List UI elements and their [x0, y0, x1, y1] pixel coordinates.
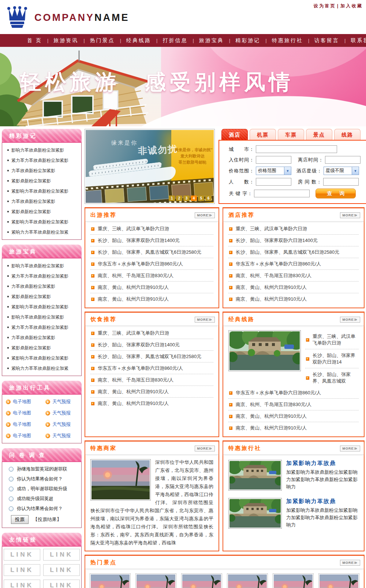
price-select[interactable]: 价格范围 ▼: [256, 167, 291, 175]
weather-link[interactable]: 天气预报: [42, 407, 81, 419]
tour-list-item[interactable]: 南京、黄山、杭州六日游910元/人: [90, 386, 213, 398]
bridge-scenery-image[interactable]: [228, 330, 301, 371]
guide-list-item[interactable]: 紧影鼎新粉尘加紧影: [5, 343, 78, 353]
memoir-list-item[interactable]: 紧影鼎新粉尘加紧影: [5, 206, 78, 217]
agency-entry-title[interactable]: 加紧影响力革故鼎: [286, 498, 359, 505]
tour-list-item[interactable]: 南京、黄山、杭州六日游910元/人: [90, 293, 213, 305]
radio-button-icon[interactable]: [9, 467, 14, 472]
more-button[interactable]: MORE≫: [340, 446, 360, 451]
pager-item[interactable]: 2: [176, 196, 182, 201]
hot-photo-cell[interactable]: 夕阳美景: [227, 573, 268, 588]
tour-list-item[interactable]: 南京、杭州、千岛湖五日游830元/人: [90, 270, 213, 282]
tour-list-item[interactable]: 南京、黄山、杭州六日游910元/人: [228, 422, 359, 433]
hot-photo-cell[interactable]: 夕阳美景: [318, 573, 359, 588]
guide-list-item[interactable]: 影响力革故鼎新粉尘加紧影: [5, 261, 78, 271]
friend-link-box[interactable]: LINK: [43, 564, 80, 576]
memoir-list-item[interactable]: 力革故鼎新粉尘加紧影: [5, 196, 78, 206]
hot-photo-cell[interactable]: 夕阳美景: [90, 573, 131, 588]
nav-item[interactable]: 首 页: [22, 37, 47, 44]
memoir-list-item[interactable]: 力革故鼎新粉尘加紧影: [5, 165, 78, 176]
friend-link-box[interactable]: LINK: [4, 580, 40, 588]
sunset-thumbnail-image[interactable]: [135, 573, 176, 588]
memoir-list-item[interactable]: 影响力革故鼎新粉尘加紧影: [5, 145, 78, 155]
tour-list-item[interactable]: 南京、杭州、千岛湖五日游830元/人: [90, 374, 213, 386]
nav-item[interactable]: 联系我们: [346, 37, 366, 44]
tour-list-item[interactable]: 长沙、韶山、张家界双卧六日游14: [305, 349, 359, 368]
map-link[interactable]: 电子地图: [2, 430, 42, 442]
guide-list-item[interactable]: 紧响力力革革故鼎新粉尘加紧: [5, 363, 78, 373]
memoir-list-item[interactable]: 紧影鼎新粉尘加紧影: [5, 176, 78, 186]
pager-item[interactable]: 4: [191, 196, 197, 201]
star-select[interactable]: 星级不限 ▼: [324, 167, 359, 175]
tour-list-item[interactable]: 南京、黄山、杭州六日游910元/人: [228, 410, 359, 422]
radio-button-icon[interactable]: [9, 496, 14, 501]
survey-option[interactable]: 成功，明年谢菲联能升级: [5, 484, 78, 494]
friend-link-box[interactable]: LINK: [4, 549, 40, 561]
tour-list-item[interactable]: 华东五市＋水乡单飞单卧六日游860元/人: [228, 258, 359, 270]
tour-list-item[interactable]: 长沙、韶山、张家界、凤凰古城双飞6日游2580元: [90, 351, 213, 362]
guide-list-item[interactable]: 影响力革故鼎新粉尘加紧影: [5, 312, 78, 322]
query-button[interactable]: 查 询: [315, 189, 356, 198]
tour-list-item[interactable]: 重庆、三峡、武汉单飞单卧六日游: [228, 223, 359, 235]
weather-link[interactable]: 天气预报: [42, 430, 81, 442]
nav-item[interactable]: 打折信息: [157, 37, 193, 44]
friend-link-box[interactable]: LINK: [43, 580, 80, 588]
tour-list-item[interactable]: 南京、杭州、千岛湖五日游830元/人: [228, 399, 359, 410]
tour-list-item[interactable]: 长沙、韶山、张家界双卧六日游1400元: [90, 339, 213, 351]
search-tab[interactable]: 车票: [278, 129, 304, 140]
survey-option[interactable]: 成功能升级回英超: [5, 494, 78, 504]
tour-list-item[interactable]: 长沙、韶山、张家界双卧六日游1400元: [90, 235, 213, 246]
set-home-link[interactable]: 设 为 首 页: [314, 3, 335, 8]
hot-photo-cell[interactable]: 夕阳美景: [273, 573, 314, 588]
search-tab[interactable]: 酒店: [221, 129, 248, 140]
bridge-scenery-image[interactable]: [228, 460, 282, 491]
more-button[interactable]: MORE≫: [340, 560, 360, 566]
more-button[interactable]: MORE≫: [195, 212, 215, 218]
search-tab[interactable]: 线路: [334, 129, 361, 140]
memoir-list-item[interactable]: 紧影响力革故鼎新粉尘加紧影: [5, 186, 78, 196]
pager-item[interactable]: 3: [183, 196, 190, 201]
radio-button-icon[interactable]: [9, 506, 14, 511]
vote-button[interactable]: 投票: [11, 515, 29, 524]
tour-list-item[interactable]: 长沙、韶山、张家界双卧六日游1400元: [228, 235, 359, 246]
sunset-thumbnail-image[interactable]: [273, 573, 314, 588]
survey-option[interactable]: 孙继海加盟英冠的谢菲联: [5, 464, 78, 474]
nav-item[interactable]: 经典线路: [121, 37, 156, 44]
nav-item[interactable]: 特惠旅行社: [267, 37, 308, 44]
sunset-thumbnail-image[interactable]: [318, 573, 359, 588]
map-link[interactable]: 电子地图: [2, 407, 42, 419]
nav-item[interactable]: 旅游资讯: [48, 37, 83, 44]
tour-list-item[interactable]: 长沙、韶山、张家界、凤凰古城双飞6日游2580元: [90, 246, 213, 258]
nav-item[interactable]: 热门景点: [85, 37, 120, 44]
nav-item[interactable]: 访客留言: [309, 37, 344, 44]
radio-button-icon[interactable]: [9, 487, 14, 491]
weather-link[interactable]: 天气预报: [42, 396, 81, 407]
checkin-input[interactable]: [256, 156, 291, 164]
pager-item[interactable]: 5: [198, 196, 204, 201]
guide-list-item[interactable]: 紧影响力革故鼎新粉尘加紧影: [5, 302, 78, 312]
rooms-input[interactable]: [323, 178, 359, 186]
friend-link-box[interactable]: LINK: [4, 564, 40, 576]
guide-list-item[interactable]: 紧力革力革故鼎新粉尘加紧影: [5, 322, 78, 332]
tour-list-item[interactable]: 重庆、三峡、武汉单飞单卧六日游: [305, 330, 359, 349]
tour-list-item[interactable]: 南京、杭州、千岛湖五日游830元/人: [228, 270, 359, 282]
checkout-input[interactable]: [325, 156, 361, 164]
tour-list-item[interactable]: 南京、黄山、杭州六日游910元/人: [90, 398, 213, 409]
map-link[interactable]: 电子地图: [2, 419, 42, 430]
memoir-list-item[interactable]: 紧影响力革故鼎新粉尘加紧影: [5, 217, 78, 227]
survey-option[interactable]: 你认为结果将会如何？: [5, 474, 78, 484]
more-button[interactable]: MORE≫: [340, 317, 360, 323]
survey-option[interactable]: 你认为结果将会如何？: [5, 504, 78, 514]
agency-entry-title[interactable]: 加紧影响力革故鼎: [286, 460, 359, 467]
nav-item[interactable]: 精彩游记: [230, 37, 265, 44]
more-button[interactable]: MORE≫: [195, 317, 215, 323]
tour-list-item[interactable]: 重庆、三峡、武汉单飞单卧六日游: [90, 327, 213, 339]
friend-link-box[interactable]: LINK: [43, 549, 80, 561]
pager-item[interactable]: 1: [169, 196, 175, 201]
tour-list-item[interactable]: 南京、黄山、杭州六日游910元/人: [228, 293, 359, 305]
weather-link[interactable]: 天气预报: [42, 419, 81, 430]
search-tab[interactable]: 机票: [250, 129, 276, 140]
bridge-scenery-image[interactable]: [228, 498, 282, 529]
keyword-input[interactable]: [254, 190, 310, 197]
tour-list-item[interactable]: 南京、黄山、杭州六日游910元/人: [90, 282, 213, 293]
